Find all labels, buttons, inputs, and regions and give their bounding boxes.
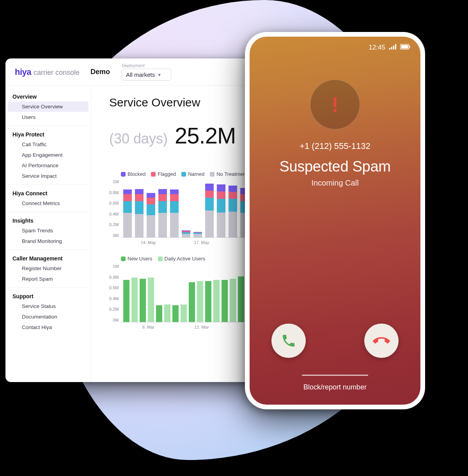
bar [170,189,179,237]
bar [189,282,195,322]
svg-rect-0 [389,48,390,50]
decline-call-button[interactable] [364,324,399,358]
legend-item: No Treatment [210,171,247,177]
bar [181,304,187,322]
users-chart-yaxis: 1M0.8M0.6M0.4M0.2M0M [109,264,121,322]
bar [135,189,144,238]
deployment-value: All markets [126,71,155,78]
sidebar-item[interactable]: Users [8,112,89,122]
caller-avatar: ! [310,80,360,129]
sidebar-group-head: Hiya Connect [8,189,89,198]
svg-rect-3 [395,44,396,50]
svg-rect-2 [393,46,394,50]
bar [217,184,225,238]
bar [131,278,138,322]
sidebar-group-head: Overview [8,92,89,101]
bar [222,280,228,322]
bar [123,189,132,237]
legend-swatch [121,172,126,177]
bar [182,230,190,237]
bar [140,279,146,322]
sidebar-item[interactable]: AI Performance [8,160,89,171]
sidebar-item[interactable]: Service Impact [8,171,89,181]
legend-swatch [210,172,214,177]
sidebar-item[interactable]: Service Overview [8,101,89,112]
brand-logo: hiyacarrier console [15,67,80,77]
xtick: 14. May [123,240,174,245]
sidebar-item[interactable]: Documentation [8,311,89,322]
sidebar-item[interactable]: Service Status [8,301,89,311]
legend-item: Blocked [121,171,145,177]
sidebar-item[interactable]: Contact Hiya [8,322,89,333]
phone-decline-icon [373,332,390,349]
battery-icon [400,44,410,51]
sidebar-item[interactable]: App Engagement [8,150,89,160]
bar [148,278,154,322]
bar [158,189,167,238]
chevron-down-icon: ▼ [157,73,161,77]
ytick: 0.8M [109,190,119,195]
bar [197,281,203,322]
hero-value: 25.2M [175,122,236,149]
deployment-select[interactable]: All markets ▼ [122,69,171,81]
deployment-caption: Deployment [122,63,171,68]
hero-range: (30 days) [109,131,168,147]
phone-screen: 12:45 ! +1 (212) 555-1132 Suspected Spam… [250,37,420,405]
xtick: 8. Mar [123,325,174,329]
block-report-link[interactable]: Block/report number [250,383,420,391]
sidebar-item[interactable]: Register Number [8,263,89,274]
sidebar-item[interactable]: Report Spam [8,274,89,284]
accept-call-button[interactable] [271,324,306,358]
legend-swatch [158,257,163,261]
bar [172,305,179,322]
signal-icon [389,44,396,51]
sidebar-group-head: Support [8,292,89,301]
sidebar-item[interactable]: Call Traffic [8,139,89,150]
ytick: 0.6M [109,285,119,290]
legend-swatch [181,172,186,177]
ytick: 0.2M [109,222,119,227]
svg-rect-6 [410,46,410,48]
ytick: 0.8M [109,275,119,280]
legend-item: New Users [121,256,152,262]
bar [238,276,244,322]
calls-chart-yaxis: 1M0.8M0.6M0.4M0.2M0M [109,179,121,238]
phone-accept-icon [281,333,296,349]
ytick: 0.2M [109,307,119,311]
bar [205,281,211,322]
xtick: 12. Mar [177,325,227,329]
sidebar-item[interactable]: Connect Metrics [8,198,89,209]
legend-item: Daily Active Users [158,256,206,262]
bar [156,305,162,322]
ytick: 1M [113,264,119,269]
phone-statusbar: 12:45 [250,44,420,51]
svg-rect-5 [401,45,408,49]
ytick: 0M [113,318,119,322]
bar [213,280,220,322]
ytick: 0.4M [109,296,119,301]
status-time: 12:45 [369,44,385,51]
deployment-select-wrap: Deployment All markets ▼ [122,63,171,81]
caller-number: +1 (212) 555-1132 [250,141,420,151]
sidebar-group-head: Hiya Protect [8,130,89,139]
bar [147,193,155,237]
ytick: 0.4M [109,212,119,216]
ytick: 0.6M [109,201,119,205]
sidebar-item[interactable]: Spam Trends [8,225,89,236]
caller-title: Suspected Spam [250,158,420,175]
env-label: Demo [90,68,110,76]
legend-swatch [121,257,126,261]
swipe-indicator[interactable] [302,375,368,376]
ytick: 0M [113,233,119,238]
legend-item: Flagged [151,171,176,177]
sidebar: OverviewService OverviewUsersHiya Protec… [5,86,91,382]
alert-icon: ! [332,92,339,117]
xtick: 17. May [177,240,227,245]
bar [229,186,237,238]
phone-mockup: 12:45 ! +1 (212) 555-1132 Suspected Spam… [245,32,425,409]
bar [123,280,129,322]
bar [230,279,236,322]
bar [164,304,170,322]
call-subtitle: Incoming Call [250,179,420,188]
sidebar-item[interactable]: Brand Monitoring [8,236,89,246]
